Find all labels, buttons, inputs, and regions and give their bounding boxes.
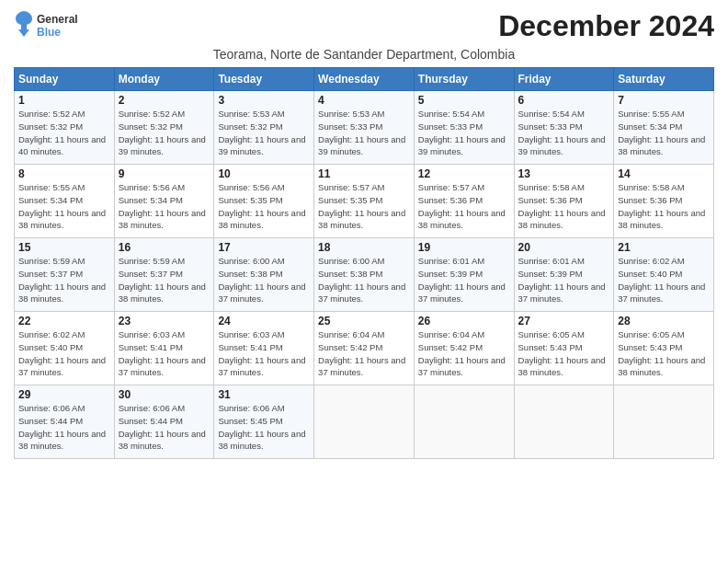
sunset-label: Sunset: 5:33 PM bbox=[418, 121, 483, 132]
col-friday: Friday bbox=[514, 68, 614, 91]
sunrise-label: Sunrise: 5:57 AM bbox=[418, 182, 484, 192]
sunset-label: Sunset: 5:34 PM bbox=[119, 195, 183, 205]
daylight-label: Daylight: 11 hours and 40 minutes. bbox=[18, 134, 106, 157]
day-number: 21 bbox=[618, 241, 710, 254]
sunrise-label: Sunrise: 5:52 AM bbox=[119, 109, 185, 119]
day-number: 15 bbox=[18, 241, 110, 254]
day-number: 18 bbox=[318, 241, 410, 254]
day-info: Sunrise: 6:00 AM Sunset: 5:38 PM Dayligh… bbox=[318, 255, 410, 305]
sunrise-label: Sunrise: 6:01 AM bbox=[418, 256, 484, 266]
day-info: Sunrise: 6:00 AM Sunset: 5:38 PM Dayligh… bbox=[218, 255, 310, 305]
calendar-cell bbox=[614, 385, 714, 459]
calendar-row: 29 Sunrise: 6:06 AM Sunset: 5:44 PM Dayl… bbox=[15, 385, 714, 459]
day-info: Sunrise: 6:06 AM Sunset: 5:44 PM Dayligh… bbox=[119, 402, 210, 453]
daylight-label: Daylight: 11 hours and 38 minutes. bbox=[119, 208, 206, 231]
sunset-label: Sunset: 5:43 PM bbox=[518, 342, 583, 352]
day-number: 30 bbox=[119, 388, 210, 401]
daylight-label: Daylight: 11 hours and 37 minutes. bbox=[418, 282, 506, 304]
sunset-label: Sunset: 5:38 PM bbox=[318, 269, 382, 279]
calendar-row: 15 Sunrise: 5:59 AM Sunset: 5:37 PM Dayl… bbox=[15, 238, 714, 312]
sunset-label: Sunset: 5:33 PM bbox=[518, 121, 583, 132]
daylight-label: Daylight: 11 hours and 38 minutes. bbox=[119, 282, 206, 304]
calendar-cell: 9 Sunrise: 5:56 AM Sunset: 5:34 PM Dayli… bbox=[114, 165, 214, 238]
calendar-cell: 19 Sunrise: 6:01 AM Sunset: 5:39 PM Dayl… bbox=[414, 238, 514, 312]
calendar-row: 22 Sunrise: 6:02 AM Sunset: 5:40 PM Dayl… bbox=[15, 312, 714, 385]
day-number: 26 bbox=[418, 315, 510, 327]
daylight-label: Daylight: 11 hours and 38 minutes. bbox=[518, 355, 606, 378]
daylight-label: Daylight: 11 hours and 39 minutes. bbox=[218, 134, 305, 157]
sunset-label: Sunset: 5:39 PM bbox=[418, 269, 483, 279]
daylight-label: Daylight: 11 hours and 37 minutes. bbox=[218, 355, 305, 378]
daylight-label: Daylight: 11 hours and 37 minutes. bbox=[418, 355, 506, 378]
day-info: Sunrise: 5:58 AM Sunset: 5:36 PM Dayligh… bbox=[518, 181, 610, 232]
sunset-label: Sunset: 5:36 PM bbox=[518, 195, 583, 205]
col-monday: Monday bbox=[114, 68, 214, 91]
sunrise-label: Sunrise: 6:04 AM bbox=[318, 329, 384, 339]
daylight-label: Daylight: 11 hours and 37 minutes. bbox=[318, 355, 405, 378]
day-info: Sunrise: 6:02 AM Sunset: 5:40 PM Dayligh… bbox=[618, 255, 710, 305]
sunrise-label: Sunrise: 6:04 AM bbox=[418, 329, 484, 339]
daylight-label: Daylight: 11 hours and 37 minutes. bbox=[119, 355, 206, 378]
day-info: Sunrise: 5:59 AM Sunset: 5:37 PM Dayligh… bbox=[119, 255, 210, 305]
sunrise-label: Sunrise: 6:00 AM bbox=[218, 256, 284, 266]
daylight-label: Daylight: 11 hours and 38 minutes. bbox=[18, 208, 106, 231]
calendar-cell: 23 Sunrise: 6:03 AM Sunset: 5:41 PM Dayl… bbox=[114, 312, 214, 385]
calendar-cell: 20 Sunrise: 6:01 AM Sunset: 5:39 PM Dayl… bbox=[514, 238, 614, 312]
sunrise-label: Sunrise: 5:55 AM bbox=[618, 109, 684, 119]
sunrise-label: Sunrise: 5:58 AM bbox=[618, 182, 684, 192]
day-number: 25 bbox=[318, 315, 410, 327]
day-number: 7 bbox=[618, 94, 710, 107]
col-saturday: Saturday bbox=[614, 68, 714, 91]
day-number: 29 bbox=[18, 388, 110, 401]
calendar-cell: 12 Sunrise: 5:57 AM Sunset: 5:36 PM Dayl… bbox=[414, 165, 514, 238]
day-info: Sunrise: 6:06 AM Sunset: 5:45 PM Dayligh… bbox=[218, 402, 310, 453]
sunset-label: Sunset: 5:34 PM bbox=[618, 121, 682, 132]
day-info: Sunrise: 6:04 AM Sunset: 5:42 PM Dayligh… bbox=[418, 328, 510, 379]
daylight-label: Daylight: 11 hours and 38 minutes. bbox=[418, 208, 506, 231]
sunrise-label: Sunrise: 5:53 AM bbox=[318, 109, 384, 119]
calendar-cell: 17 Sunrise: 6:00 AM Sunset: 5:38 PM Dayl… bbox=[214, 238, 314, 312]
day-number: 16 bbox=[119, 241, 210, 254]
sunset-label: Sunset: 5:32 PM bbox=[218, 121, 282, 132]
day-info: Sunrise: 6:03 AM Sunset: 5:41 PM Dayligh… bbox=[218, 328, 310, 379]
calendar-cell: 26 Sunrise: 6:04 AM Sunset: 5:42 PM Dayl… bbox=[414, 312, 514, 385]
sunset-label: Sunset: 5:35 PM bbox=[218, 195, 282, 205]
day-info: Sunrise: 6:06 AM Sunset: 5:44 PM Dayligh… bbox=[18, 402, 110, 453]
daylight-label: Daylight: 11 hours and 39 minutes. bbox=[518, 134, 606, 157]
daylight-label: Daylight: 11 hours and 38 minutes. bbox=[18, 282, 106, 304]
col-tuesday: Tuesday bbox=[214, 68, 314, 91]
day-number: 3 bbox=[218, 94, 310, 107]
sunset-label: Sunset: 5:34 PM bbox=[18, 195, 83, 205]
sunset-label: Sunset: 5:42 PM bbox=[418, 342, 483, 352]
sunrise-label: Sunrise: 6:05 AM bbox=[618, 329, 684, 339]
sunrise-label: Sunrise: 5:56 AM bbox=[119, 182, 185, 192]
sunrise-label: Sunrise: 6:00 AM bbox=[318, 256, 384, 266]
day-number: 23 bbox=[119, 315, 210, 327]
calendar-cell: 4 Sunrise: 5:53 AM Sunset: 5:33 PM Dayli… bbox=[314, 91, 415, 165]
sunrise-label: Sunrise: 6:02 AM bbox=[618, 256, 684, 266]
header: General Blue December 2024 bbox=[14, 9, 714, 43]
daylight-label: Daylight: 11 hours and 38 minutes. bbox=[119, 429, 206, 452]
day-number: 13 bbox=[518, 167, 610, 180]
day-number: 28 bbox=[618, 315, 710, 327]
day-number: 8 bbox=[18, 167, 110, 180]
sunset-label: Sunset: 5:41 PM bbox=[119, 342, 183, 352]
calendar-cell: 15 Sunrise: 5:59 AM Sunset: 5:37 PM Dayl… bbox=[15, 238, 115, 312]
day-info: Sunrise: 6:01 AM Sunset: 5:39 PM Dayligh… bbox=[518, 255, 610, 305]
logo: General Blue bbox=[14, 9, 78, 42]
day-number: 5 bbox=[418, 94, 510, 107]
calendar-title: December 2024 bbox=[498, 9, 714, 43]
calendar-cell: 14 Sunrise: 5:58 AM Sunset: 5:36 PM Dayl… bbox=[614, 165, 714, 238]
sunset-label: Sunset: 5:35 PM bbox=[318, 195, 382, 205]
day-info: Sunrise: 5:57 AM Sunset: 5:35 PM Dayligh… bbox=[318, 181, 410, 232]
sunset-label: Sunset: 5:38 PM bbox=[218, 269, 282, 279]
daylight-label: Daylight: 11 hours and 38 minutes. bbox=[318, 208, 405, 231]
calendar-header: Sunday Monday Tuesday Wednesday Thursday… bbox=[15, 68, 714, 91]
daylight-label: Daylight: 11 hours and 39 minutes. bbox=[418, 134, 506, 157]
day-number: 1 bbox=[18, 94, 110, 107]
sunrise-label: Sunrise: 6:03 AM bbox=[119, 329, 185, 339]
sunrise-label: Sunrise: 6:06 AM bbox=[18, 403, 85, 413]
calendar-cell: 5 Sunrise: 5:54 AM Sunset: 5:33 PM Dayli… bbox=[414, 91, 514, 165]
day-number: 2 bbox=[119, 94, 210, 107]
day-info: Sunrise: 5:53 AM Sunset: 5:32 PM Dayligh… bbox=[218, 108, 310, 158]
